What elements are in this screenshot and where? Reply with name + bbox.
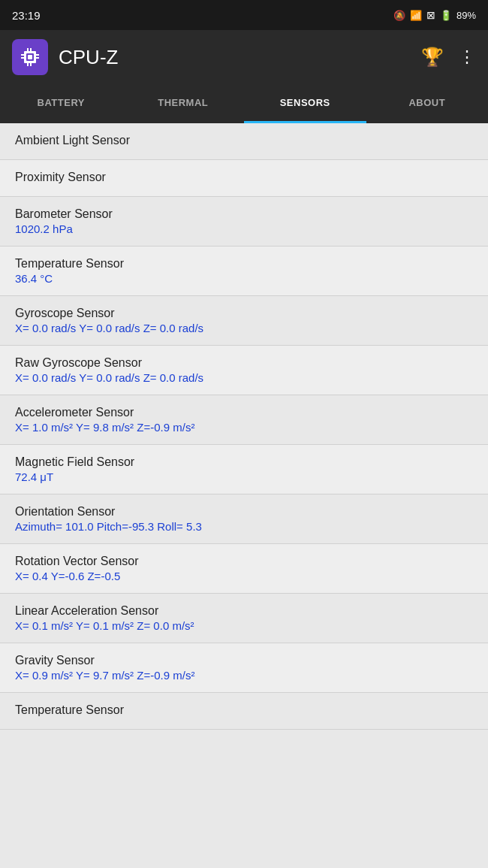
list-item: Ambient Light Sensor: [0, 123, 488, 160]
wifi-icon: 📶: [410, 10, 422, 21]
signal-icon: ⊠: [426, 9, 435, 21]
svg-rect-3: [21, 57, 24, 59]
cpu-chip-icon: [18, 45, 42, 69]
app-bar-left: CPU-Z: [12, 39, 118, 75]
svg-rect-4: [36, 54, 39, 56]
sensor-value: X= 0.9 m/s² Y= 9.7 m/s² Z=-0.9 m/s²: [15, 669, 473, 682]
trophy-icon[interactable]: 🏆: [421, 47, 444, 68]
battery-percent: 89%: [456, 10, 476, 21]
sensor-value: X= 0.1 m/s² Y= 0.1 m/s² Z= 0.0 m/s²: [15, 619, 473, 632]
tab-about[interactable]: ABOUT: [366, 84, 489, 123]
sensor-name: Ambient Light Sensor: [15, 134, 473, 147]
sensor-name: Magnetic Field Sensor: [15, 455, 473, 469]
list-item: Temperature Sensor: [0, 693, 488, 730]
sensor-name: Linear Acceleration Sensor: [15, 604, 473, 618]
status-icons: 🔕 📶 ⊠ 🔋 89%: [393, 9, 476, 21]
sensor-value: 36.4 °C: [15, 272, 473, 285]
svg-rect-9: [30, 63, 32, 66]
list-item: Magnetic Field Sensor72.4 μT: [0, 445, 488, 494]
svg-rect-7: [30, 48, 32, 51]
sensor-value: X= 0.4 Y=-0.6 Z=-0.5: [15, 570, 473, 582]
svg-rect-2: [21, 54, 24, 56]
list-item: Accelerometer SensorX= 1.0 m/s² Y= 9.8 m…: [0, 395, 488, 445]
more-options-icon[interactable]: ⋮: [459, 47, 476, 67]
list-item: Raw Gyroscope SensorX= 0.0 rad/s Y= 0.0 …: [0, 346, 488, 395]
list-item: Gravity SensorX= 0.9 m/s² Y= 9.7 m/s² Z=…: [0, 643, 488, 693]
sensor-name: Temperature Sensor: [15, 703, 473, 717]
sensor-name: Temperature Sensor: [15, 257, 473, 271]
sensor-name: Gravity Sensor: [15, 654, 473, 667]
sensor-value: X= 0.0 rad/s Y= 0.0 rad/s Z= 0.0 rad/s: [15, 322, 473, 334]
list-item: Gyroscope SensorX= 0.0 rad/s Y= 0.0 rad/…: [0, 296, 488, 346]
sensor-value: X= 0.0 rad/s Y= 0.0 rad/s Z= 0.0 rad/s: [15, 371, 473, 384]
sensor-name: Orientation Sensor: [15, 505, 473, 519]
svg-rect-10: [28, 55, 32, 59]
status-time: 23:19: [12, 9, 41, 22]
list-item: Barometer Sensor1020.2 hPa: [0, 197, 488, 246]
app-bar: CPU-Z 🏆 ⋮: [0, 30, 488, 84]
svg-rect-6: [27, 48, 29, 51]
sensor-value: Azimuth= 101.0 Pitch=-95.3 Roll= 5.3: [15, 520, 473, 533]
svg-rect-8: [27, 63, 29, 66]
sensor-value: 1020.2 hPa: [15, 222, 473, 235]
tab-bar: BATTERY THERMAL SENSORS ABOUT: [0, 84, 488, 123]
sensor-name: Raw Gyroscope Sensor: [15, 356, 473, 370]
sensor-value: X= 1.0 m/s² Y= 9.8 m/s² Z=-0.9 m/s²: [15, 421, 473, 434]
app-title: CPU-Z: [59, 46, 118, 69]
sensor-name: Proximity Sensor: [15, 171, 473, 184]
svg-rect-5: [36, 57, 39, 59]
list-item: Orientation SensorAzimuth= 101.0 Pitch=-…: [0, 494, 488, 544]
battery-icon: 🔋: [440, 10, 452, 21]
sensor-name: Barometer Sensor: [15, 207, 473, 221]
tab-thermal[interactable]: THERMAL: [122, 84, 245, 123]
app-icon: [12, 39, 48, 75]
list-item: Rotation Vector SensorX= 0.4 Y=-0.6 Z=-0…: [0, 544, 488, 594]
mute-icon: 🔕: [393, 10, 405, 21]
app-bar-right: 🏆 ⋮: [421, 47, 476, 68]
tab-battery[interactable]: BATTERY: [0, 84, 122, 123]
sensor-name: Accelerometer Sensor: [15, 406, 473, 419]
sensor-value: 72.4 μT: [15, 470, 473, 483]
list-item: Linear Acceleration SensorX= 0.1 m/s² Y=…: [0, 594, 488, 643]
status-bar: 23:19 🔕 📶 ⊠ 🔋 89%: [0, 0, 488, 30]
sensor-name: Gyroscope Sensor: [15, 307, 473, 320]
list-item: Proximity Sensor: [0, 160, 488, 197]
tab-sensors[interactable]: SENSORS: [244, 84, 366, 123]
sensor-list: Ambient Light SensorProximity SensorBaro…: [0, 123, 488, 868]
sensor-name: Rotation Vector Sensor: [15, 555, 473, 568]
list-item: Temperature Sensor36.4 °C: [0, 246, 488, 296]
